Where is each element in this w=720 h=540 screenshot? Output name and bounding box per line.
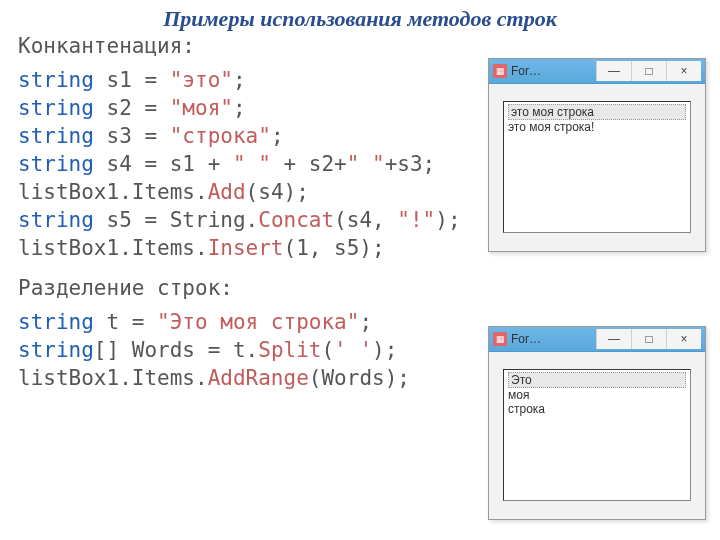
app-icon: ▦: [493, 332, 507, 346]
section-split: Разделение строк:: [0, 276, 720, 300]
window-title: For…: [511, 64, 541, 78]
listbox[interactable]: это моя строка это моя строка!: [503, 101, 691, 233]
output-window-2: ▦ For… — □ × Это моя строка: [488, 326, 706, 520]
maximize-button[interactable]: □: [631, 329, 666, 349]
close-button[interactable]: ×: [666, 329, 701, 349]
output-window-1: ▦ For… — □ × это моя строка это моя стро…: [488, 58, 706, 252]
section-concat: Конкантенация:: [0, 34, 720, 58]
maximize-button[interactable]: □: [631, 61, 666, 81]
listbox[interactable]: Это моя строка: [503, 369, 691, 501]
minimize-button[interactable]: —: [596, 329, 631, 349]
list-item[interactable]: Это: [508, 372, 686, 388]
titlebar[interactable]: ▦ For… — □ ×: [489, 59, 705, 84]
list-item[interactable]: моя: [508, 388, 686, 402]
list-item[interactable]: это моя строка!: [508, 120, 686, 134]
page-title: Примеры использования методов строк: [0, 0, 720, 32]
minimize-button[interactable]: —: [596, 61, 631, 81]
list-item[interactable]: это моя строка: [508, 104, 686, 120]
window-title: For…: [511, 332, 541, 346]
close-button[interactable]: ×: [666, 61, 701, 81]
app-icon: ▦: [493, 64, 507, 78]
list-item[interactable]: строка: [508, 402, 686, 416]
titlebar[interactable]: ▦ For… — □ ×: [489, 327, 705, 352]
